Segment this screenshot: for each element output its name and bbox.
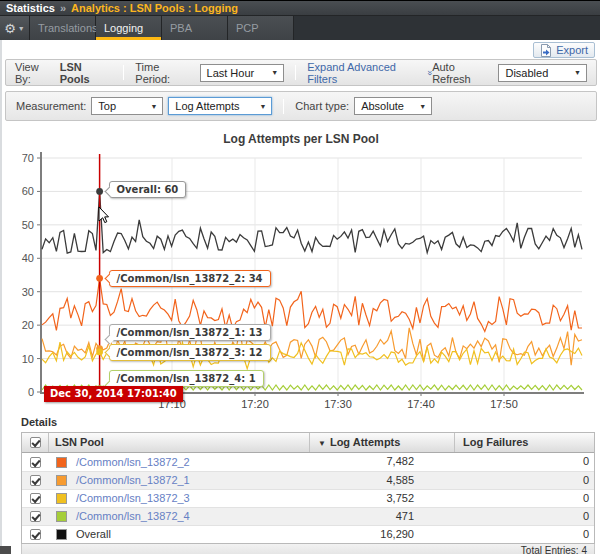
y-axis-label: 0 — [28, 386, 34, 398]
measurement-metric-select[interactable]: Log Attempts ▼ — [168, 97, 272, 115]
x-axis-label: 17:50 — [490, 398, 518, 410]
x-axis-label: 17:30 — [324, 398, 352, 410]
chart-type-select[interactable]: Absolute ▼ — [354, 97, 432, 115]
column-header-log-failures[interactable]: Log Failures — [454, 433, 594, 452]
chart-canvas[interactable]: 01020304050607017:1017:2017:3017:4017:50 — [2, 150, 600, 412]
chevron-down-icon: ▼ — [18, 25, 25, 32]
measurement-panel: Measurement: Top ▼ Log Attempts ▼ Chart … — [5, 91, 597, 121]
table-row: /Common/lsn_13872_44710 — [22, 507, 594, 525]
log-attempts-value: 7,482 — [309, 453, 454, 471]
dropdown-arrow-icon: ▼ — [419, 103, 426, 110]
tooltip-text: /Common/lsn_13872_4: 1 — [117, 373, 256, 384]
time-period-label: Time Period: — [135, 61, 194, 85]
log-attempts-value: 471 — [309, 508, 454, 525]
expand-chevron-icon: » — [425, 70, 435, 75]
row-checkbox[interactable] — [30, 511, 41, 522]
lsn-pool-link[interactable]: /Common/lsn_13872_3 — [76, 490, 190, 507]
time-period-select[interactable]: Last Hour ▼ — [200, 64, 285, 82]
tooltip-text: /Common/lsn_13872_2: 34 — [117, 273, 263, 284]
table-footer: Total Entries: 4 — [21, 544, 595, 554]
lsn-pool-link[interactable]: /Common/lsn_13872_1 — [76, 472, 190, 489]
window-resize-corner — [0, 546, 11, 554]
breadcrumb: Statistics » Analytics : LSN Pools : Log… — [0, 0, 600, 16]
chart-type-label: Chart type: — [295, 100, 349, 112]
y-axis-label: 50 — [22, 219, 34, 231]
chart-tooltip: Overall: 60 — [109, 181, 187, 198]
tab-translations[interactable]: Translations — [30, 16, 96, 40]
dropdown-arrow-icon: ▼ — [271, 69, 278, 76]
divider — [123, 65, 124, 80]
export-row: Export — [2, 40, 600, 59]
row-checkbox[interactable] — [30, 457, 41, 468]
x-axis-label: 17:40 — [407, 398, 435, 410]
time-period-value: Last Hour — [207, 67, 255, 79]
select-all-checkbox[interactable] — [30, 437, 41, 448]
log-attempts-chart[interactable]: 01020304050607017:1017:2017:3017:4017:50… — [2, 150, 600, 412]
y-axis-label: 60 — [22, 185, 34, 197]
export-label: Export — [556, 44, 588, 56]
tab-pba[interactable]: PBA — [162, 16, 228, 40]
tab-list: TranslationsLoggingPBAPCP — [30, 16, 294, 40]
row-checkbox[interactable] — [30, 529, 41, 540]
auto-refresh-value: Disabled — [505, 67, 548, 79]
measurement-top-select[interactable]: Top ▼ — [91, 97, 163, 115]
row-checkbox[interactable] — [30, 475, 41, 486]
view-by-label: View By: — [15, 61, 56, 85]
tab-logging[interactable]: Logging — [96, 16, 162, 40]
table-body: /Common/lsn_13872_27,4820/Common/lsn_138… — [22, 453, 594, 543]
measurement-label: Measurement: — [16, 100, 86, 112]
y-axis-label: 40 — [22, 252, 34, 264]
dropdown-arrow-icon: ▼ — [150, 103, 157, 110]
tooltip-text: Overall: 60 — [117, 184, 179, 195]
chart-tooltip: /Common/lsn_13872_4: 1 — [109, 370, 264, 387]
lsn-pool-link[interactable]: /Common/lsn_13872_4 — [76, 508, 190, 525]
export-button[interactable]: Export — [533, 42, 595, 58]
chart-tooltip: /Common/lsn_13872_1: 13 — [109, 324, 271, 341]
breadcrumb-path: Analytics : LSN Pools : Logging — [71, 2, 238, 14]
log-failures-value: 0 — [454, 490, 594, 507]
lsn-pool-link[interactable]: /Common/lsn_13872_2 — [76, 454, 190, 471]
table-row: /Common/lsn_13872_27,4820 — [22, 453, 594, 471]
log-failures-value: 0 — [454, 508, 594, 525]
cursor-time-badge: Dec 30, 2014 17:01:40 — [44, 386, 183, 402]
details-table: LSN Pool ▼Log Attempts Log Failures /Com… — [21, 432, 595, 544]
details-title: Details — [21, 416, 600, 429]
cursor-marker — [96, 348, 103, 355]
log-attempts-value: 4,585 — [309, 472, 454, 489]
gear-icon: ⚙ — [4, 22, 16, 35]
table-header: LSN Pool ▼Log Attempts Log Failures — [22, 433, 594, 453]
dropdown-arrow-icon: ▼ — [574, 69, 581, 76]
divider — [295, 65, 296, 80]
lsn-pool-name: Overall — [76, 526, 111, 543]
log-failures-value: 0 — [454, 526, 594, 543]
view-by-value: LSN Pools — [60, 61, 113, 85]
series-color-swatch — [56, 493, 67, 504]
y-axis-label: 20 — [22, 319, 34, 331]
gear-menu-button[interactable]: ⚙ ▼ — [0, 16, 30, 40]
filter-toolbar: View By: LSN Pools Time Period: Last Hou… — [5, 59, 597, 86]
column-header-lsn-pool[interactable]: LSN Pool — [48, 433, 309, 452]
tooltip-text: /Common/lsn_13872_3: 12 — [117, 347, 263, 358]
divider — [283, 99, 284, 114]
column-header-log-attempts[interactable]: ▼Log Attempts — [309, 433, 454, 452]
row-checkbox[interactable] — [30, 493, 41, 504]
x-axis-label: 17:20 — [241, 398, 269, 410]
auto-refresh-select[interactable]: Disabled ▼ — [498, 64, 587, 82]
tooltip-text: /Common/lsn_13872_1: 13 — [117, 327, 263, 338]
log-failures-value: 0 — [454, 453, 594, 471]
expand-advanced-filters-link[interactable]: Expand Advanced Filters » — [307, 61, 432, 85]
export-icon — [540, 44, 552, 57]
series-color-swatch — [56, 529, 67, 540]
auto-refresh-label: Auto Refresh — [432, 61, 493, 85]
log-failures-value: 0 — [454, 472, 594, 489]
table-row: /Common/lsn_13872_14,5850 — [22, 471, 594, 489]
series-color-swatch — [56, 457, 67, 468]
chart-tooltip: /Common/lsn_13872_3: 12 — [109, 344, 271, 361]
total-entries: Total Entries: 4 — [521, 545, 587, 554]
table-row: Overall16,2900 — [22, 525, 594, 543]
chart-tooltip: /Common/lsn_13872_2: 34 — [109, 270, 271, 287]
y-axis-label: 30 — [22, 286, 34, 298]
log-attempts-value: 3,752 — [309, 490, 454, 507]
chart-type-value: Absolute — [361, 100, 404, 112]
tab-pcp[interactable]: PCP — [228, 16, 294, 40]
